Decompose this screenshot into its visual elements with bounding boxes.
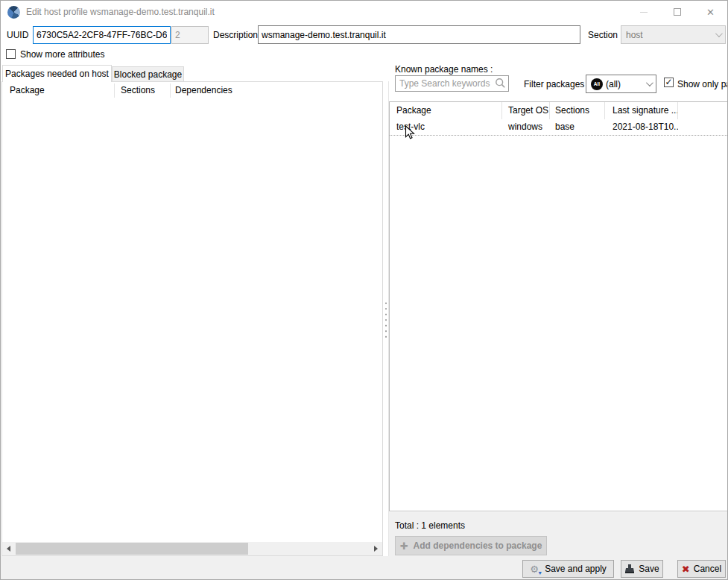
table-row[interactable]: test-vlc windows base 2021-08-18T10...	[390, 119, 728, 136]
gears-apply-icon: ⚙ ▼	[530, 564, 541, 575]
column-header-sections[interactable]: Sections	[550, 102, 605, 119]
plus-icon: ✚	[400, 540, 408, 552]
mouse-cursor	[405, 125, 415, 140]
section-value: host	[626, 30, 643, 40]
show-only-label: Show only pa	[677, 79, 728, 89]
maximize-icon	[674, 8, 681, 16]
uuid-label: UUID	[7, 30, 28, 40]
footer-bar	[1, 556, 728, 580]
column-header-dependencies[interactable]: Dependencies	[171, 83, 382, 98]
package-search	[395, 75, 509, 92]
total-elements-label: Total : 1 elements	[395, 520, 465, 531]
edit-host-profile-window: Edit host profile wsmanage-demo.test.tra…	[0, 0, 728, 580]
window-controls: ✕	[627, 1, 727, 23]
description-input[interactable]	[258, 25, 580, 44]
window-title: Edit host profile wsmanage-demo.test.tra…	[26, 7, 215, 17]
chevron-down-icon	[715, 30, 723, 37]
save-and-apply-label: Save and apply	[545, 564, 607, 574]
column-header-target-os[interactable]: Target OS	[502, 102, 550, 119]
cell-sections: base	[550, 119, 605, 135]
cancel-x-icon: ✖	[682, 564, 690, 575]
show-more-label: Show more attributes	[20, 49, 104, 60]
column-header-sections[interactable]: Sections	[115, 83, 171, 98]
show-more-checkbox[interactable]	[6, 49, 16, 59]
save-button[interactable]: Save	[621, 560, 663, 578]
tab-blocked-package-label: Blocked package	[114, 69, 182, 80]
minimize-icon	[640, 12, 648, 13]
column-header-package[interactable]: Package	[390, 102, 502, 119]
description-label: Description	[213, 30, 258, 40]
column-header-package[interactable]: Package	[2, 83, 115, 98]
add-dependencies-button[interactable]: ✚ Add dependencies to package	[395, 536, 547, 555]
needed-packages-panel: Package Sections Dependencies	[1, 81, 383, 556]
panel-splitter[interactable]	[383, 81, 389, 556]
uuid-input[interactable]	[33, 26, 171, 44]
chevron-down-icon	[646, 79, 653, 86]
tab-blocked-package[interactable]: Blocked package	[112, 66, 184, 82]
scroll-right-icon	[374, 546, 378, 552]
splitter-grip-icon	[384, 300, 387, 339]
checkmark-icon: ✓	[665, 78, 672, 86]
section-select[interactable]: host	[621, 25, 726, 44]
filter-packages-label: Filter packages	[524, 79, 584, 89]
filter-all-badge-icon: All	[591, 78, 603, 90]
column-header-last-signature[interactable]: Last signature ...	[605, 102, 678, 119]
scroll-right-button[interactable]	[370, 542, 382, 555]
horizontal-scrollbar[interactable]	[2, 542, 382, 555]
close-button[interactable]: ✕	[694, 1, 727, 23]
add-dependencies-label: Add dependencies to package	[414, 540, 542, 551]
uuid-count-field	[171, 26, 209, 44]
filter-packages-select[interactable]: All (all)	[586, 75, 656, 93]
app-logo-icon	[7, 6, 20, 19]
save-icon	[624, 564, 635, 574]
minimize-button[interactable]	[627, 1, 660, 23]
cancel-label: Cancel	[694, 564, 721, 574]
column-header-empty	[678, 102, 728, 119]
cell-empty	[678, 119, 728, 135]
cell-target-os: windows	[502, 119, 550, 135]
save-label: Save	[639, 564, 659, 574]
filter-selected-value: (all)	[606, 79, 621, 89]
maximize-button[interactable]	[660, 1, 694, 23]
search-icon	[495, 78, 506, 89]
titlebar: Edit host profile wsmanage-demo.test.tra…	[1, 1, 727, 23]
tab-packages-needed-label: Packages needed on host	[5, 69, 109, 79]
scrollbar-thumb[interactable]	[16, 543, 248, 555]
scroll-left-icon	[7, 546, 10, 552]
package-search-input[interactable]	[395, 75, 509, 92]
cancel-button[interactable]: ✖ Cancel	[677, 560, 726, 578]
cell-last-signature: 2021-08-18T10...	[605, 119, 678, 135]
known-packages-label: Known package names :	[395, 64, 493, 75]
known-packages-table: Package Target OS Sections Last signatur…	[389, 101, 728, 511]
show-only-checkbox[interactable]: ✓	[664, 78, 674, 87]
close-icon: ✕	[706, 7, 715, 18]
scroll-left-button[interactable]	[2, 542, 15, 555]
known-packages-table-header: Package Target OS Sections Last signatur…	[390, 102, 728, 119]
tab-packages-needed[interactable]: Packages needed on host	[2, 65, 112, 82]
section-label: Section	[588, 30, 618, 40]
save-and-apply-button[interactable]: ⚙ ▼ Save and apply	[522, 560, 614, 578]
needed-packages-table-header: Package Sections Dependencies	[2, 82, 382, 99]
